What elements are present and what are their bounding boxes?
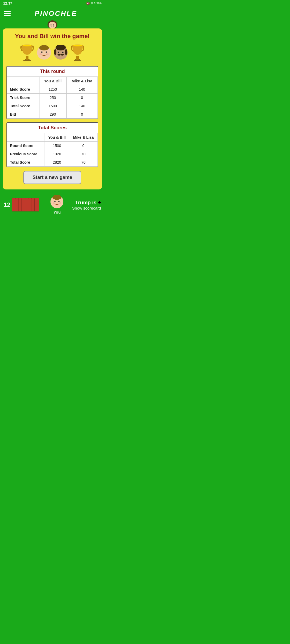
row-youbill: 2820 [45, 158, 69, 167]
row-mikelisa: 70 [69, 150, 98, 158]
row-youbill: 1320 [45, 150, 69, 158]
hand-area: 12 [4, 198, 42, 211]
player-avatar [50, 195, 64, 209]
trump-suit: ♠ [98, 199, 101, 206]
col-empty-1 [7, 77, 39, 85]
svg-point-14 [46, 53, 49, 55]
this-round-section: This round You & Bill Mike & Lisa Meld S… [6, 66, 98, 119]
row-label: Round Score [7, 142, 45, 150]
this-round-table: You & Bill Mike & Lisa Meld Score 1250 1… [7, 77, 98, 119]
svg-point-2 [50, 24, 52, 25]
row-youbill: 1250 [39, 85, 66, 94]
status-time: 12:37 [3, 1, 12, 5]
total-scores-title: Total Scores [7, 123, 98, 133]
row-mikelisa: 0 [66, 94, 97, 102]
svg-rect-5 [23, 60, 31, 61]
row-mikelisa: 140 [66, 85, 97, 94]
table-row: Bid 290 0 [7, 110, 98, 119]
svg-point-22 [61, 54, 64, 56]
trump-info: Trump is ♠ Show scorecard [72, 199, 101, 210]
row-label: Meld Score [7, 85, 39, 94]
bill-face [37, 45, 52, 60]
svg-rect-6 [26, 56, 28, 60]
right-trophy [70, 43, 85, 62]
svg-point-8 [23, 45, 31, 46]
menu-button[interactable] [4, 11, 11, 16]
app-title: PINOCHLE [11, 9, 101, 18]
svg-point-29 [53, 195, 61, 200]
row-label: Bid [7, 110, 39, 119]
row-youbill: 290 [39, 110, 66, 119]
row-youbill: 1500 [45, 142, 69, 150]
table-row: Total Score 2820 70 [7, 158, 98, 167]
svg-point-31 [59, 201, 60, 202]
row-mikelisa: 140 [66, 102, 97, 110]
svg-point-3 [53, 24, 54, 25]
svg-point-1 [49, 22, 56, 28]
left-trophy [19, 43, 35, 62]
svg-rect-17 [54, 49, 56, 55]
table-row: Trick Score 250 0 [7, 94, 98, 102]
row-youbill: 250 [39, 94, 66, 102]
green-space [0, 20, 105, 28]
battery-text: 100% [94, 2, 102, 5]
total-scores-table: You & Bill Mike & Lisa Round Score 1500 … [7, 133, 98, 167]
svg-point-20 [62, 52, 64, 53]
peek-character [46, 20, 58, 28]
bottom-area: 12 You Trump is ♠ Show sc [0, 189, 105, 222]
row-youbill: 1500 [39, 102, 66, 110]
card-count: 12 [4, 201, 10, 208]
table-row: Previous Score 1320 70 [7, 150, 98, 158]
col-youbill-2: You & Bill [45, 133, 69, 142]
row-mikelisa: 70 [69, 158, 98, 167]
svg-point-12 [46, 52, 47, 53]
bottom-player: You [50, 195, 64, 214]
row-label: Trick Score [7, 94, 39, 102]
row-label: Previous Score [7, 150, 45, 158]
svg-point-33 [59, 202, 61, 204]
col-mikelisa-1: Mike & Lisa [66, 77, 97, 85]
table-row: Round Score 1500 0 [7, 142, 98, 150]
status-icons: 🔇 ✕ 100% [86, 2, 102, 5]
total-scores-section: Total Scores You & Bill Mike & Lisa Roun… [6, 122, 98, 167]
svg-point-10 [39, 45, 49, 50]
svg-point-19 [58, 52, 59, 53]
table-row: Meld Score 1250 140 [7, 85, 98, 94]
svg-point-32 [53, 202, 55, 204]
show-scorecard-button[interactable]: Show scorecard [72, 206, 101, 210]
col-empty-2 [7, 133, 45, 142]
this-round-title: This round [7, 67, 98, 77]
table-row: Total Score 1500 140 [7, 102, 98, 110]
col-youbill-1: You & Bill [39, 77, 66, 85]
svg-point-27 [73, 45, 82, 46]
svg-point-21 [57, 54, 61, 56]
win-message: You and Bill win the game! [6, 33, 98, 40]
svg-point-30 [55, 201, 56, 202]
start-new-game-button[interactable]: Start a new game [23, 171, 81, 184]
row-label: Total Score [7, 102, 39, 110]
svg-rect-24 [74, 60, 81, 61]
card-stack [12, 198, 39, 211]
player-name: You [53, 210, 61, 214]
row-mikelisa: 0 [66, 110, 97, 119]
status-bar: 12:37 🔇 ✕ 100% [0, 0, 105, 6]
row-label: Total Score [7, 158, 45, 167]
mute-icon: 🔇 [86, 2, 90, 5]
svg-rect-25 [76, 56, 79, 60]
app-header: PINOCHLE [0, 6, 105, 20]
game-card: You and Bill win the game! [3, 28, 102, 189]
mike-face [53, 45, 68, 60]
svg-point-11 [41, 52, 43, 53]
svg-point-13 [39, 53, 42, 55]
signal-icon: ✕ [91, 2, 93, 5]
trophy-row [6, 43, 98, 62]
col-mikelisa-2: Mike & Lisa [69, 133, 98, 142]
card-back-8 [34, 198, 39, 211]
trump-label: Trump is ♠ [72, 199, 101, 206]
row-mikelisa: 0 [69, 142, 98, 150]
svg-rect-18 [65, 49, 67, 55]
